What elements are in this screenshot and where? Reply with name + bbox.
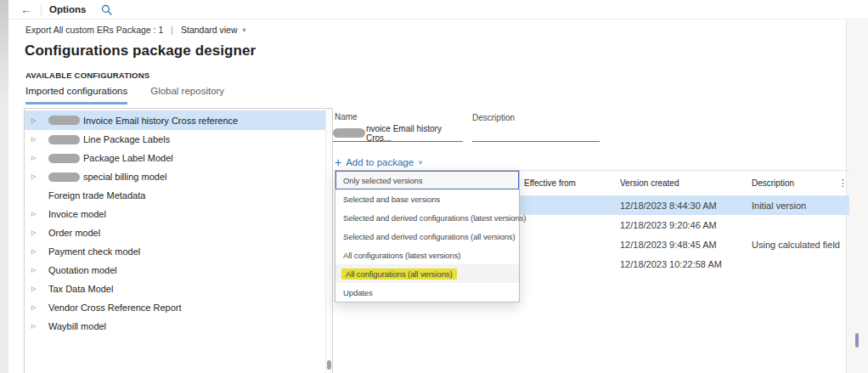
tree-item[interactable]: ▷ special billing model [25,167,326,186]
menu-item[interactable]: All configurations (latest versions) [335,246,519,264]
cell-version-created: 12/18/2023 9:20:46 AM [620,220,752,230]
name-field-value: nvoice Email history Cros... [366,124,463,143]
name-field[interactable]: nvoice Email history Cros... [333,125,463,142]
expand-arrow-icon[interactable]: ▷ [31,323,42,330]
redaction-blob [48,172,80,182]
tree-item[interactable]: ▷ Package Label Model [25,149,326,167]
expand-arrow-icon[interactable]: ▷ [31,211,42,218]
app-window: ← Options Export All custom ERs Package … [0,0,868,373]
plus-icon: + [335,156,341,168]
page-title: Configurations package designer [25,42,256,59]
cell-version-created: 12/18/2023 8:44:30 AM [620,201,752,211]
expand-arrow-icon[interactable]: ▷ [31,136,42,143]
options-menu-button[interactable]: Options [49,4,86,14]
column-header-version-created[interactable]: Version created [620,178,752,188]
command-bar-divider [41,4,42,15]
collapsed-nav-rail [0,0,8,373]
menu-item-label: All configurations (all versions) [343,268,455,280]
menu-item[interactable]: Only selected versions [335,171,519,189]
menu-item[interactable]: Selected and derived configurations (lat… [335,208,519,227]
command-bar: ← Options [8,0,868,20]
expand-arrow-icon[interactable]: ▷ [31,173,42,180]
back-icon[interactable]: ← [20,3,32,15]
tree-item-label: Waybill model [48,321,106,331]
breadcrumb-text[interactable]: Export All custom ERs Package : 1 [25,25,163,35]
tree-item-label: Payment check model [48,246,140,257]
menu-item[interactable]: Selected and derived configurations (all… [335,227,519,246]
config-tree: ▷ Invoice Email history Cross reference … [25,110,326,336]
column-header-description[interactable]: Description [752,178,836,188]
tree-item-label: Vendor Cross Reference Report [48,302,182,313]
add-to-package-dropdown-menu: Only selected versions Selected and base… [335,170,520,302]
chevron-down-icon: ∨ [242,26,247,32]
description-field-label: Description [472,113,515,122]
tree-scrollbar-track[interactable] [325,109,332,373]
tree-item-label: Invoice model [48,209,106,219]
menu-item[interactable]: Selected and base versions [335,189,519,208]
redaction-blob [333,128,365,138]
expand-arrow-icon[interactable]: ▷ [31,285,42,292]
menu-item-label: Selected and derived configurations (lat… [343,213,526,223]
tree-item[interactable]: ▷ Order model [25,223,326,242]
menu-item-label: Selected and derived configurations (all… [343,232,516,241]
tab-strip: Imported configurations Global repositor… [25,86,224,105]
chevron-down-icon: ∨ [418,159,423,165]
name-field-label: Name [335,112,358,122]
configurations-tree-panel: ▷ Invoice Email history Cross reference … [24,108,333,373]
description-field[interactable] [472,125,600,142]
grid-more-options-icon[interactable]: ⋮ [836,178,849,189]
tab-imported-configurations[interactable]: Imported configurations [25,86,127,105]
tree-item-label: Foreign trade Metadata [48,190,145,201]
tree-item[interactable]: ▷ Quotation model [25,261,326,280]
tree-item[interactable]: ▷ Tax Data Model [25,280,326,298]
menu-item-label: Updates [343,288,373,297]
redaction-blob [48,154,80,163]
tree-item[interactable]: ▷ Vendor Cross Reference Report [25,298,326,317]
column-header-effective-from[interactable]: Effective from [524,178,620,188]
tree-item[interactable]: ▷ Line Package Labels [25,130,326,149]
menu-item-label: All configurations (latest versions) [343,251,460,260]
expand-arrow-icon[interactable]: ▷ [31,267,42,274]
search-icon[interactable] [101,4,112,15]
add-to-package-button[interactable]: + Add to package ∨ [335,156,423,168]
tree-item[interactable]: Foreign trade Metadata [25,186,326,205]
expand-arrow-icon[interactable]: ▷ [31,155,42,161]
tree-item-label: Order model [48,228,100,238]
view-selector[interactable]: Standard view ∨ [181,25,246,35]
menu-item[interactable]: Updates [335,283,519,302]
expand-arrow-icon[interactable]: ▷ [31,304,42,311]
section-label: AVAILABLE CONFIGURATIONS [25,71,149,80]
cell-version-created: 12/18/2023 9:48:45 AM [620,240,752,250]
expand-arrow-icon[interactable]: ▷ [31,248,42,255]
tree-scrollbar-thumb[interactable] [327,360,331,370]
redaction-blob [48,116,80,125]
expand-arrow-icon[interactable]: ▷ [31,229,42,236]
tree-item[interactable]: ▷ Waybill model [25,317,326,336]
breadcrumb-separator: | [171,25,173,35]
breadcrumb: Export All custom ERs Package : 1 | Stan… [25,25,246,35]
redaction-blob [48,135,80,144]
tab-global-repository[interactable]: Global repository [150,86,224,105]
cell-version-created: 12/18/2023 10:22:58 AM [620,259,752,269]
view-selector-label: Standard view [181,25,238,35]
page-scrollbar-thumb[interactable] [855,333,859,348]
tree-item[interactable]: ▷ Invoice model [25,205,326,223]
tree-item-label: Line Package Labels [83,134,170,144]
menu-item-label: Only selected versions [343,176,422,185]
tree-item[interactable]: ▷ Invoice Email history Cross reference [25,110,326,130]
tree-item-label: Package Label Model [83,153,173,163]
expand-arrow-icon[interactable]: ▷ [31,117,42,124]
tree-item[interactable]: ▷ Payment check model [25,242,326,261]
tree-item-label: Tax Data Model [48,284,113,294]
menu-item[interactable]: All configurations (all versions) [335,264,519,283]
cell-description: Initial version [752,201,849,211]
tree-item-label: Invoice Email history Cross reference [83,116,238,126]
cell-description: Using calculated field [752,240,849,250]
tree-item-label: special billing model [83,172,166,182]
tree-item-label: Quotation model [48,265,117,275]
add-to-package-label: Add to package [346,157,414,167]
menu-item-label: Selected and base versions [343,195,440,204]
